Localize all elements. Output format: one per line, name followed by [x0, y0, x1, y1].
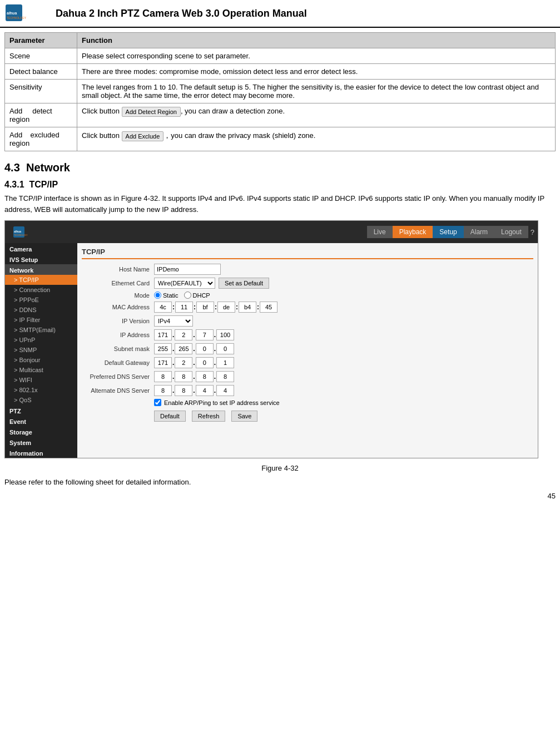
alternate-dns-fields: . . . — [154, 385, 234, 396]
sidebar-item-upnp[interactable]: > UPnP — [5, 335, 77, 345]
save-button[interactable]: Save — [231, 411, 257, 422]
mac-field-3[interactable] — [196, 302, 214, 313]
adns-field-4[interactable] — [216, 385, 234, 396]
radio-dhcp[interactable]: DHCP — [184, 292, 210, 299]
screenshot-body: Camera IVS Setup Network > TCP/IP > Conn… — [5, 243, 538, 458]
set-default-button[interactable]: Set as Default — [219, 278, 269, 289]
sidebar-item-wifi[interactable]: > WIFI — [5, 375, 77, 385]
section-431-heading: 4.3.1 TCP/IP — [4, 180, 556, 190]
add-detect-region-button[interactable]: Add Detect Region — [122, 107, 181, 117]
after-text: Please refer to the following sheet for … — [4, 478, 556, 486]
mac-field-1[interactable] — [154, 302, 172, 313]
arp-checkbox-label: Enable ARP/Ping to set IP address servic… — [164, 399, 280, 406]
radio-dhcp-input[interactable] — [184, 292, 191, 299]
label-ethernet: Ethernet Card — [82, 280, 154, 286]
form-row-hostname: Host Name — [82, 264, 533, 275]
form-row-arp-checkbox: Enable ARP/Ping to set IP address servic… — [82, 399, 533, 406]
radio-static[interactable]: Static — [154, 292, 179, 299]
sidebar-item-tcpip[interactable]: > TCP/IP — [5, 275, 77, 285]
func-detect-balance: There are three modes: compromise mode, … — [77, 64, 556, 80]
sidebar-item-multicast[interactable]: > Multicast — [5, 365, 77, 375]
gateway-field-3[interactable] — [196, 357, 214, 368]
param-sensitivity: Sensitivity — [5, 80, 77, 103]
dahua-logo: alhua TECHNOLOGY — [4, 2, 49, 24]
svg-text:alhua: alhua — [14, 230, 21, 233]
subnet-field-1[interactable] — [154, 343, 172, 354]
sidebar-item-8021x[interactable]: > 802.1x — [5, 385, 77, 395]
nav-playback-button[interactable]: Playback — [393, 226, 433, 238]
sidebar-item-camera[interactable]: Camera — [5, 243, 77, 254]
select-ipversion[interactable]: IPv4 IPv6 — [154, 315, 193, 327]
func-add-detect: Click button Add Detect Region, you can … — [77, 103, 556, 127]
pdns-field-3[interactable] — [196, 371, 214, 382]
screenshot-logo: alhua TECHNOLOGY — [8, 223, 45, 241]
pdns-field-2[interactable] — [175, 371, 192, 382]
mac-field-2[interactable] — [175, 302, 193, 313]
label-preferred-dns: Preferred DNS Server — [82, 373, 154, 380]
pdns-field-4[interactable] — [216, 371, 234, 382]
input-hostname[interactable] — [154, 264, 221, 275]
select-ethernet[interactable]: Wire(DEFAULT) — [154, 278, 215, 289]
sidebar-item-ptz[interactable]: PTZ — [5, 405, 77, 416]
sidebar-item-event[interactable]: Event — [5, 416, 77, 426]
gateway-fields: . . . — [154, 357, 234, 368]
subnet-field-3[interactable] — [196, 343, 214, 354]
mac-field-6[interactable] — [260, 302, 277, 313]
gateway-field-2[interactable] — [175, 357, 192, 368]
sidebar-item-bonjour[interactable]: > Bonjour — [5, 355, 77, 365]
ip-field-1[interactable] — [154, 329, 172, 340]
sidebar-item-network[interactable]: Network — [5, 264, 77, 275]
adns-field-2[interactable] — [175, 385, 192, 396]
help-icon[interactable]: ? — [531, 228, 534, 236]
sidebar-item-ivs-setup[interactable]: IVS Setup — [5, 254, 77, 264]
add-exclude-button[interactable]: Add Exclude — [122, 131, 164, 141]
subnet-field-2[interactable] — [175, 343, 192, 354]
nav-logout-button[interactable]: Logout — [494, 226, 528, 238]
label-ipaddress: IP Address — [82, 332, 154, 338]
form-row-ipversion: IP Version IPv4 IPv6 — [82, 315, 533, 327]
form-row-gateway: Default Gateway . . . — [82, 357, 533, 368]
sidebar-item-ipfilter[interactable]: > IP Filter — [5, 315, 77, 325]
adns-field-1[interactable] — [154, 385, 172, 396]
mode-radio-group: Static DHCP — [154, 292, 210, 299]
label-alternate-dns: Alternate DNS Server — [82, 387, 154, 394]
mac-field-4[interactable] — [217, 302, 235, 313]
ip-field-4[interactable] — [216, 329, 234, 340]
param-scene: Scene — [5, 48, 77, 64]
ip-address-fields: . . . — [154, 329, 234, 340]
page-number: 45 — [0, 490, 560, 502]
sidebar-item-information[interactable]: Information — [5, 447, 77, 458]
nav-alarm-button[interactable]: Alarm — [464, 226, 494, 238]
sidebar-item-system[interactable]: System — [5, 437, 77, 447]
sidebar-item-smtp[interactable]: > SMTP(Email) — [5, 325, 77, 335]
radio-static-input[interactable] — [154, 292, 161, 299]
svg-text:TECHNOLOGY: TECHNOLOGY — [14, 234, 28, 236]
screenshot-container: alhua TECHNOLOGY Live Playback Setup Ala… — [4, 220, 538, 458]
nav-setup-button[interactable]: Setup — [433, 226, 463, 238]
sidebar-item-pppoe[interactable]: > PPPoE — [5, 295, 77, 305]
gateway-field-4[interactable] — [216, 357, 234, 368]
refresh-button[interactable]: Refresh — [192, 411, 226, 422]
sidebar-item-qos[interactable]: > QoS — [5, 395, 77, 405]
col-function: Function — [77, 33, 556, 48]
adns-field-3[interactable] — [196, 385, 214, 396]
gateway-field-1[interactable] — [154, 357, 172, 368]
arp-checkbox[interactable] — [154, 399, 161, 406]
ip-field-2[interactable] — [175, 329, 192, 340]
doc-header: alhua TECHNOLOGY Dahua 2 Inch PTZ Camera… — [0, 0, 560, 28]
pdns-field-1[interactable] — [154, 371, 172, 382]
func-sensitivity: The level ranges from 1 to 10. The defau… — [77, 80, 556, 103]
default-button[interactable]: Default — [154, 411, 186, 422]
sidebar-item-ddns[interactable]: > DDNS — [5, 305, 77, 315]
sidebar-item-connection[interactable]: > Connection — [5, 285, 77, 295]
sidebar-item-storage[interactable]: Storage — [5, 426, 77, 437]
doc-title: Dahua 2 Inch PTZ Camera Web 3.0 Operatio… — [56, 8, 307, 19]
subnet-field-4[interactable] — [216, 343, 234, 354]
mac-address-display: : : : : : — [154, 302, 277, 313]
mac-field-5[interactable] — [239, 302, 256, 313]
table-row: Scene Please select corresponding scene … — [5, 48, 556, 64]
sidebar-item-snmp[interactable]: > SNMP — [5, 345, 77, 355]
label-mode: Mode — [82, 292, 154, 299]
nav-live-button[interactable]: Live — [367, 226, 393, 238]
ip-field-3[interactable] — [196, 329, 214, 340]
